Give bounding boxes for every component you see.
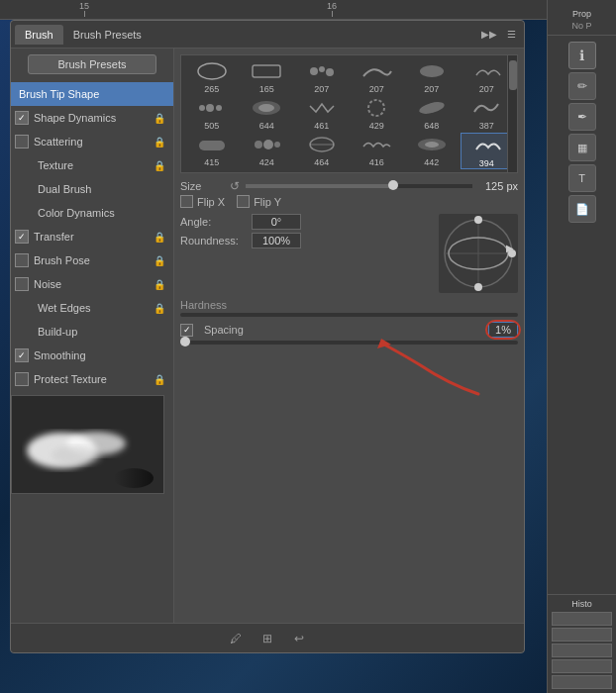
- brush-grid[interactable]: 265 165: [180, 54, 518, 173]
- transfer-checkbox[interactable]: [15, 230, 29, 244]
- pen-tool-icon[interactable]: ✒: [568, 103, 596, 131]
- brush-cell[interactable]: 651: [295, 171, 349, 173]
- sidebar-item-color-dynamics[interactable]: Color Dynamics: [11, 201, 173, 225]
- angle-circle[interactable]: ▶: [439, 214, 518, 293]
- hardness-slider[interactable]: [180, 313, 518, 317]
- size-slider[interactable]: [246, 184, 472, 188]
- brush-cell[interactable]: 442: [405, 133, 459, 169]
- info-icon[interactable]: ℹ: [568, 42, 596, 69]
- brush-cell[interactable]: 461: [295, 96, 349, 131]
- lock-icon: 🔒: [154, 160, 165, 171]
- brush-num: 416: [369, 157, 384, 167]
- brush-cell[interactable]: 416: [351, 133, 404, 169]
- brush-cell[interactable]: 207: [405, 59, 459, 94]
- lock-icon: 🔒: [154, 255, 165, 266]
- brush-pose-checkbox[interactable]: [15, 253, 29, 267]
- brush-cell[interactable]: 207: [351, 59, 404, 94]
- brush-cell[interactable]: 533: [241, 171, 294, 173]
- history-item[interactable]: [552, 659, 612, 673]
- refresh-icon[interactable]: ↺: [230, 179, 240, 193]
- sidebar-item-scattering[interactable]: Scattering 🔒: [11, 130, 173, 153]
- flip-x-checkbox[interactable]: [180, 195, 193, 208]
- angle-input[interactable]: [252, 214, 301, 230]
- new-preset-button[interactable]: 🖊: [224, 629, 248, 648]
- panel-menu-arrow[interactable]: ▶▶: [480, 26, 498, 44]
- tab-brush-presets-header[interactable]: Brush Presets: [63, 25, 152, 45]
- protect-texture-checkbox[interactable]: [15, 372, 29, 386]
- roundness-input[interactable]: [252, 233, 301, 248]
- history-item[interactable]: [552, 675, 612, 689]
- brush-cell[interactable]: 648: [405, 96, 459, 131]
- sidebar-item-noise[interactable]: Noise 🔒: [11, 272, 173, 296]
- brush-preview-thumb: [468, 134, 504, 157]
- ruler-tick: [84, 11, 85, 17]
- brush-preview-thumb: [468, 59, 504, 83]
- spacing-slider-thumb[interactable]: [180, 337, 190, 346]
- history-section: Histo: [548, 594, 616, 693]
- brush-cell[interactable]: 429: [351, 96, 404, 131]
- grid-scrollbar[interactable]: [507, 55, 517, 172]
- sidebar-item-brush-tip-shape[interactable]: Brush Tip Shape: [11, 82, 173, 106]
- sidebar-item-label: Brush Pose: [34, 254, 90, 266]
- scattering-checkbox[interactable]: [15, 135, 29, 148]
- sidebar-item-build-up[interactable]: Build-up: [11, 320, 173, 344]
- brush-cell[interactable]: 505: [185, 96, 239, 131]
- sidebar-item-protect-texture[interactable]: Protect Texture 🔒: [11, 367, 173, 391]
- brush-cell[interactable]: 540: [351, 171, 404, 173]
- history-item[interactable]: [552, 628, 612, 642]
- spacing-checkbox[interactable]: [180, 324, 193, 337]
- sidebar-item-label: Texture: [38, 159, 73, 171]
- text-icon[interactable]: T: [568, 164, 596, 192]
- brush-cell[interactable]: 644: [241, 96, 294, 131]
- brush-cell[interactable]: 599: [185, 171, 239, 173]
- brush-cell[interactable]: 551: [405, 171, 459, 173]
- history-item[interactable]: [552, 612, 612, 626]
- noise-checkbox[interactable]: [15, 277, 29, 291]
- brush-cell-selected[interactable]: 394: [461, 133, 514, 169]
- sidebar-item-brush-pose[interactable]: Brush Pose 🔒: [11, 248, 173, 272]
- scrollbar-thumb[interactable]: [509, 60, 517, 90]
- svg-point-3: [198, 63, 226, 79]
- sidebar-item-texture[interactable]: Texture 🔒: [11, 153, 173, 177]
- svg-point-23: [425, 142, 439, 148]
- smoothing-checkbox[interactable]: [15, 348, 29, 362]
- grid-view-button[interactable]: ⊞: [256, 629, 279, 648]
- roundness-label: Roundness:: [180, 235, 252, 247]
- size-slider-thumb[interactable]: [388, 180, 398, 190]
- sidebar-item-smoothing[interactable]: Smoothing: [11, 344, 173, 367]
- sidebar-item-dual-brush[interactable]: Dual Brush: [11, 177, 173, 201]
- reset-button[interactable]: ↩: [287, 629, 311, 648]
- sidebar-item-wet-edges[interactable]: Wet Edges 🔒: [11, 296, 173, 320]
- brush-cell[interactable]: abc 352: [461, 171, 514, 173]
- brush-cell[interactable]: 464: [295, 133, 349, 169]
- history-item[interactable]: [552, 644, 612, 657]
- brush-cell[interactable]: 265: [185, 59, 239, 94]
- flip-y-label: Flip Y: [254, 196, 281, 208]
- tool-icons: ℹ ✏ ✒ ▦ T 📄: [568, 42, 596, 223]
- brush-preview-thumb: [414, 96, 450, 120]
- svg-point-18: [263, 140, 273, 149]
- sidebar-item-shape-dynamics[interactable]: Shape Dynamics 🔒: [11, 106, 173, 130]
- brush-cell[interactable]: 207: [461, 59, 514, 94]
- svg-point-19: [274, 142, 280, 148]
- document-icon[interactable]: 📄: [568, 195, 596, 223]
- brush-num: 442: [424, 157, 439, 167]
- brush-cell[interactable]: 415: [185, 133, 239, 169]
- brush-preview-thumb: [414, 133, 450, 156]
- angle-roundness-row: Angle: Roundness:: [180, 214, 518, 293]
- flip-y-checkbox[interactable]: [237, 195, 250, 208]
- brush-cell[interactable]: 165: [241, 59, 294, 94]
- tab-brush[interactable]: Brush: [15, 25, 63, 45]
- sidebar-item-transfer[interactable]: Transfer 🔒: [11, 225, 173, 248]
- brush-presets-button[interactable]: Brush Presets: [28, 54, 156, 74]
- brush-cell[interactable]: 387: [461, 96, 514, 131]
- layers-icon[interactable]: ▦: [568, 134, 596, 161]
- brush-cell[interactable]: 207: [295, 59, 349, 94]
- properties-content: No P: [552, 21, 612, 31]
- panel-menu-icon[interactable]: ☰: [502, 26, 520, 44]
- brush-cell[interactable]: 424: [241, 133, 294, 169]
- size-row: Size ↺ 125 px: [180, 179, 518, 193]
- brush-thumb-svg: [414, 98, 450, 118]
- brush-tool-icon[interactable]: ✏: [568, 72, 596, 100]
- shape-dynamics-checkbox[interactable]: [15, 111, 29, 125]
